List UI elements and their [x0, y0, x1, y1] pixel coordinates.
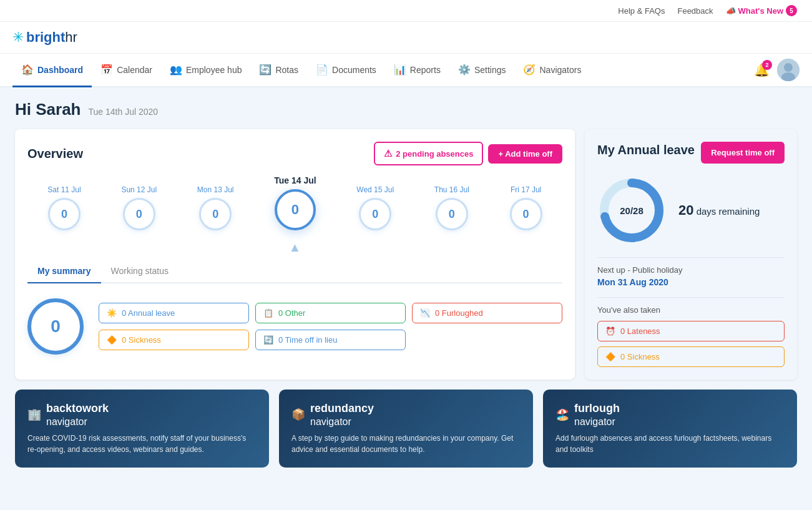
remaining-label: days remaining [697, 206, 760, 217]
whats-new-badge: 5 [786, 5, 797, 16]
whats-new-link[interactable]: 📣 What's New 5 [726, 5, 797, 16]
sickness-icon: 🔶 [107, 335, 117, 345]
furlough-nav-icon: 🏖️ [555, 408, 569, 422]
taken-badges: ⏰ 0 Lateness 🔶 0 Sickness [597, 321, 785, 367]
donut-label: 20/28 [620, 205, 643, 216]
logo-bar: ✳ brighthr [0, 22, 812, 54]
taken-sickness[interactable]: 🔶 0 Sickness [597, 346, 785, 367]
overview-actions: ⚠ 2 pending absences + Add time off [374, 142, 562, 165]
nav-right: 🔔 2 [754, 59, 800, 81]
annual-leave-card: My Annual leave Request time off 20/28 2… [585, 129, 797, 380]
notification-badge: 2 [762, 60, 772, 70]
logo-text: brighthr [26, 29, 77, 46]
remaining-days: 20 [678, 202, 693, 218]
main-nav: 🏠 Dashboard 📅 Calendar 👥 Employee hub 🔄 … [0, 54, 812, 87]
cal-day-today[interactable]: Tue 14 Jul 0 [274, 175, 316, 230]
summary-badges: ☀️ 0 Annual leave 📋 0 Other 📉 0 Furlough… [99, 303, 562, 350]
badge-other[interactable]: 📋 0 Other [255, 303, 406, 323]
divider2 [597, 297, 785, 298]
donut-chart: 20/28 [597, 176, 666, 245]
calendar-arrow [27, 240, 562, 255]
redundancy-desc: A step by step guide to making redundanc… [291, 433, 521, 455]
sun-icon: ☀️ [107, 308, 117, 318]
settings-icon: ⚙️ [458, 64, 471, 76]
nav-navigators[interactable]: 🧭 Navigators [514, 54, 590, 87]
cal-day-2[interactable]: Mon 13 Jul 0 [197, 185, 234, 230]
holiday-date: Mon 31 Aug 2020 [597, 277, 785, 287]
backtowork-card[interactable]: 🏢 backtowork navigator Create COVID-19 r… [15, 390, 269, 468]
sickness-taken-icon: 🔶 [605, 352, 615, 361]
backtowork-desc: Create COVID-19 risk assessments, notify… [27, 433, 257, 455]
cal-day-1[interactable]: Sun 12 Jul 0 [121, 185, 157, 230]
nav-rotas[interactable]: 🔄 Rotas [250, 54, 307, 87]
nav-settings[interactable]: ⚙️ Settings [449, 54, 515, 87]
redundancy-icon: 📦 [291, 408, 305, 422]
pending-absences-label: 2 pending absences [396, 149, 473, 159]
cal-day-4[interactable]: Wed 15 Jul 0 [356, 185, 394, 230]
bottom-cards: 🏢 backtowork navigator Create COVID-19 r… [15, 390, 797, 468]
nav-reports[interactable]: 📊 Reports [385, 54, 449, 87]
overview-header: Overview ⚠ 2 pending absences + Add time… [27, 142, 562, 165]
furlough-card[interactable]: 🏖️ furlough navigator Add furlough absen… [543, 390, 797, 468]
user-avatar[interactable] [777, 59, 800, 81]
summary-content: 0 ☀️ 0 Annual leave 📋 0 Other 📉 0 Furlou… [27, 293, 562, 360]
cal-day-5[interactable]: Thu 16 Jul 0 [434, 185, 469, 230]
cal-day-6[interactable]: Fri 17 Jul 0 [510, 185, 542, 230]
badge-annual-leave[interactable]: ☀️ 0 Annual leave [99, 303, 249, 323]
clock-icon: ⏰ [605, 326, 615, 336]
taken-lateness[interactable]: ⏰ 0 Lateness [597, 321, 785, 341]
furlough-title: 🏖️ furlough navigator [555, 402, 785, 428]
people-icon: 👥 [170, 64, 182, 76]
redundancy-card[interactable]: 📦 redundancy navigator A step by step gu… [279, 390, 533, 468]
pending-absences-button[interactable]: ⚠ 2 pending absences [374, 142, 483, 165]
redundancy-title: 📦 redundancy navigator [291, 402, 521, 428]
building-icon: 🏢 [27, 408, 41, 422]
feedback-link[interactable]: Feedback [677, 6, 713, 16]
next-up-label: Next up - Public holiday [597, 265, 785, 275]
nav-calendar[interactable]: 📅 Calendar [92, 54, 161, 87]
badge-toil[interactable]: 🔄 0 Time off in lieu [255, 330, 406, 350]
furlough-icon: 📉 [420, 308, 430, 318]
donut-section: 20/28 20 days remaining [597, 176, 785, 245]
svg-point-1 [784, 63, 793, 72]
document-icon: 📄 [316, 64, 328, 76]
compass-icon: 🧭 [523, 64, 536, 76]
nav-documents[interactable]: 📄 Documents [307, 54, 385, 87]
calendar-other-icon: 📋 [263, 308, 273, 318]
summary-tabs: My summary Working status [27, 260, 562, 283]
cal-day-0[interactable]: Sat 11 Jul 0 [47, 185, 81, 230]
help-link[interactable]: Help & FAQs [618, 6, 665, 16]
tab-my-summary[interactable]: My summary [27, 260, 101, 283]
calendar-icon: 📅 [100, 64, 113, 76]
notification-button[interactable]: 🔔 2 [754, 62, 770, 77]
chart-icon: 📊 [394, 64, 406, 76]
rotas-icon: 🔄 [259, 64, 271, 76]
overview-title: Overview [27, 147, 83, 161]
divider [597, 257, 785, 258]
nav-dashboard[interactable]: 🏠 Dashboard [12, 54, 92, 87]
home-icon: 🏠 [21, 64, 34, 76]
nav-employee-hub[interactable]: 👥 Employee hub [161, 54, 251, 87]
topbar: Help & FAQs Feedback 📣 What's New 5 [0, 0, 812, 22]
greeting-name: Hi Sarah [15, 100, 81, 119]
tab-working-status[interactable]: Working status [101, 260, 179, 283]
megaphone-icon: 📣 [726, 6, 736, 16]
dashboard-grid: Overview ⚠ 2 pending absences + Add time… [15, 129, 797, 380]
remaining-text: 20 days remaining [678, 202, 760, 218]
backtowork-title: 🏢 backtowork navigator [27, 402, 257, 428]
logo-star-icon: ✳ [12, 29, 24, 46]
warning-icon: ⚠ [384, 148, 392, 159]
calendar-strip: Sat 11 Jul 0 Sun 12 Jul 0 Mon 13 Jul 0 T… [27, 175, 562, 230]
annual-leave-header: My Annual leave Request time off [597, 142, 785, 164]
summary-big-circle: 0 [27, 298, 84, 355]
also-taken-label: You've also taken [597, 305, 785, 315]
greeting: Hi Sarah Tue 14th Jul 2020 [15, 100, 797, 119]
badge-sickness[interactable]: 🔶 0 Sickness [99, 330, 249, 350]
badge-furloughed[interactable]: 📉 0 Furloughed [412, 303, 562, 323]
add-time-button[interactable]: + Add time off [488, 144, 562, 164]
logo[interactable]: ✳ brighthr [12, 22, 77, 53]
main-content: Hi Sarah Tue 14th Jul 2020 Overview ⚠ 2 … [0, 87, 812, 480]
request-time-off-button[interactable]: Request time off [701, 142, 785, 164]
overview-card: Overview ⚠ 2 pending absences + Add time… [15, 129, 575, 380]
annual-leave-title: My Annual leave [597, 142, 695, 158]
